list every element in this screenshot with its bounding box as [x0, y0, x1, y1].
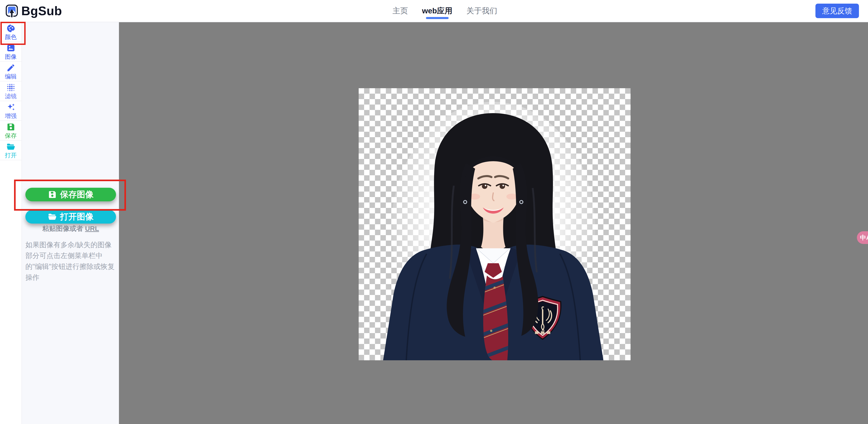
pencil-icon — [6, 63, 16, 72]
halftone-dots-icon — [6, 83, 16, 92]
rail-item-enhance[interactable]: 增强 — [0, 101, 22, 121]
open-image-button[interactable]: 打开图像 — [25, 210, 116, 224]
header: BgSub 主页 web应用 关于我们 意见反馈 — [0, 0, 868, 22]
nav-item-about-label: 关于我们 — [466, 6, 497, 16]
feedback-button-label: 意见反馈 — [822, 6, 852, 16]
paste-hint-text: 粘贴图像或者 — [42, 225, 85, 232]
rail-item-edit-label: 编辑 — [5, 74, 17, 79]
rail-item-image-label: 图像 — [5, 54, 17, 60]
tool-rail: 颜色 图像 编辑 — [0, 22, 22, 424]
logo-text: BgSub — [21, 4, 62, 18]
open-image-button-label: 打开图像 — [60, 211, 94, 222]
folder-open-icon — [6, 142, 16, 151]
nav-item-home-label: 主页 — [393, 6, 408, 16]
paste-url-link[interactable]: URL — [85, 225, 99, 232]
rail-item-color-label: 颜色 — [5, 34, 17, 40]
nav-item-webapp[interactable]: web应用 — [422, 0, 452, 22]
rail-item-save[interactable]: 保存 — [0, 121, 22, 141]
nav-item-webapp-label: web应用 — [422, 6, 452, 16]
side-panel: 保存图像 打开图像 粘贴图像或者 URL 如果图像有多余/缺失的图像部分可点击左… — [22, 22, 119, 424]
save-image-button-label: 保存图像 — [60, 189, 94, 200]
rail-item-color[interactable]: 颜色 — [0, 22, 22, 42]
image-icon — [6, 44, 16, 53]
rail-item-open-label: 打开 — [5, 152, 17, 158]
translate-icon: 中A — [860, 233, 868, 242]
rail-item-enhance-label: 增强 — [5, 113, 17, 119]
save-image-button[interactable]: 保存图像 — [25, 188, 116, 201]
rail-item-save-label: 保存 — [5, 133, 17, 139]
nav-item-home[interactable]: 主页 — [393, 0, 408, 22]
save-floppy-icon — [48, 190, 57, 199]
feedback-button[interactable]: 意见反馈 — [815, 4, 859, 18]
translate-widget-button[interactable]: 中A — [857, 231, 868, 244]
edit-tip-text: 如果图像有多余/缺失的图像部分可点击左侧菜单栏中的"编辑"按钮进行擦除或恢复操作 — [25, 239, 117, 283]
save-floppy-icon — [6, 122, 16, 132]
portrait-cutout — [359, 88, 630, 360]
bgsub-app: BgSub 主页 web应用 关于我们 意见反馈 颜色 — [0, 0, 868, 424]
rail-item-filter[interactable]: 滤镜 — [0, 81, 22, 101]
palette-icon — [6, 24, 16, 33]
subject-image[interactable] — [359, 88, 630, 360]
editor-canvas — [119, 22, 868, 424]
nav-item-about[interactable]: 关于我们 — [466, 0, 497, 22]
rail-item-open[interactable]: 打开 — [0, 141, 22, 160]
rail-item-edit[interactable]: 编辑 — [0, 62, 22, 81]
paste-hint: 粘贴图像或者 URL — [25, 224, 116, 233]
sparkles-icon — [6, 103, 16, 112]
rail-item-image[interactable]: 图像 — [0, 42, 22, 62]
rail-item-filter-label: 滤镜 — [5, 93, 17, 99]
bgsub-logo-icon — [5, 4, 19, 18]
logo[interactable]: BgSub — [5, 0, 62, 22]
main-nav: 主页 web应用 关于我们 — [393, 0, 497, 22]
active-tab-underline — [426, 17, 448, 19]
folder-open-icon — [48, 212, 57, 221]
